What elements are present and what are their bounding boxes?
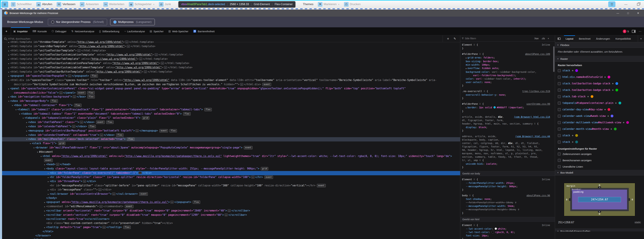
box-model-diagram[interactable]: margin 0 2 0 0 2 0 0 2 0 0 2 0 border	[564, 183, 635, 216]
markup-row[interactable]: ▼<tabpanels id="tabpanelcontainer" class…	[2, 116, 460, 120]
maximize-icon[interactable]: □	[627, 12, 629, 14]
markup-row[interactable]: ▶<html:template id="unifiedToolbarCustom…	[2, 61, 460, 66]
collapsed-twisty-icon[interactable]: ▶	[7, 87, 10, 91]
inline-ellipsis-pill[interactable]: …	[68, 74, 71, 77]
property-value[interactable]: 906px	[509, 185, 516, 188]
badge-flex[interactable]: flex	[127, 138, 134, 141]
grid-color-swatch[interactable]	[575, 69, 578, 72]
collapsed-twisty-icon[interactable]: ▶	[7, 78, 10, 82]
expanded-twisty-icon[interactable]: ▼	[14, 108, 18, 112]
setting-checkbox[interactable]	[558, 159, 561, 162]
expand-arrow-icon[interactable]: ▶	[466, 68, 466, 69]
rule-source-link[interactable]: userChrome.css:99	[526, 102, 550, 106]
locate-crosshair-icon[interactable]: ⌖	[604, 108, 606, 111]
toolbar-button-junk[interactable]: ⊘Junk	[159, 2, 171, 7]
badge-flex[interactable]: flex	[88, 125, 96, 128]
grid-color-swatch[interactable]	[614, 128, 617, 130]
collapsed-twisty-icon[interactable]: ▶	[7, 66, 10, 70]
property-name[interactable]: box-sizing	[466, 60, 480, 63]
tab-laufzeitanalyse[interactable]: ◔Laufzeitanalyse	[122, 27, 147, 35]
collapsed-twisty-icon[interactable]: ▶	[47, 188, 50, 192]
markup-row[interactable]: ▶<html:template id="unifiedToolbarTempla…	[2, 49, 460, 53]
property-value[interactable]: var(--sidebar-background-color,	[492, 71, 536, 73]
scrollbar-thumb[interactable]	[553, 46, 554, 72]
collapsed-twisty-icon[interactable]: ▶	[7, 57, 10, 61]
expanded-twisty-icon[interactable]: ▼	[22, 116, 25, 120]
expanded-twisty-icon[interactable]: ▼	[43, 167, 46, 171]
inline-ellipsis-pill[interactable]: …	[83, 180, 86, 183]
markup-row[interactable]: ▼<hbox id="tabmail-container" flex="1">f…	[2, 103, 460, 108]
color-swatch[interactable]	[492, 231, 494, 233]
sidebar-tab-berechnet[interactable]: Berechnet	[576, 35, 593, 42]
markup-row[interactable]: ▶<html:template id="unifiedToolbarCustom…	[2, 53, 460, 57]
expanded-twisty-icon[interactable]: ▼	[25, 137, 28, 141]
markup-row[interactable]: ▶<hr id="folderPaneSplitter" class="" is…	[2, 175, 460, 180]
app-menu-icon[interactable]: ☰	[608, 1, 616, 7]
expanded-twisty-icon[interactable]: ▼	[18, 112, 21, 116]
inline-ellipsis-pill[interactable]: …	[170, 201, 174, 204]
collapsed-twisty-icon[interactable]: ▶	[7, 70, 10, 74]
rule-source-link[interactable]: about3Pane.css:109	[525, 52, 550, 56]
minimize-icon[interactable]: —	[616, 12, 619, 14]
badge-flex[interactable]: flex	[193, 201, 200, 204]
setting-checkbox[interactable]	[558, 153, 561, 155]
toolbar-button-get-messages[interactable]: ☁Abrufen	[36, 2, 52, 7]
sidebar-toggle-icon[interactable]	[555, 35, 563, 42]
badge-flex[interactable]: flex	[74, 104, 82, 107]
mode-option-0[interactable]: Nur übergeordneter Prozess (Schnell)	[48, 19, 107, 25]
badge-grid[interactable]: grid	[261, 167, 268, 170]
inline-ellipsis-pill[interactable]: …	[100, 205, 103, 208]
markup-row[interactable]: </body>	[2, 196, 460, 200]
inline-ellipsis-pill[interactable]: …	[112, 193, 116, 195]
collapsed-twisty-icon[interactable]: ▶	[7, 45, 10, 49]
locate-crosshair-icon[interactable]: ⌖	[610, 127, 612, 131]
markup-row[interactable]: ▶<vbox id="chatTabPanel" class="">…</vbo…	[2, 120, 460, 125]
property-value[interactable]: var(	[476, 77, 482, 80]
grid-color-swatch[interactable]	[611, 115, 614, 117]
inline-ellipsis-pill[interactable]: …	[100, 134, 103, 136]
property-value[interactable]: , inherit)	[510, 77, 525, 80]
collapsed-twisty-icon[interactable]: ▶	[47, 180, 50, 184]
badge-event[interactable]: event	[44, 159, 53, 162]
property-name[interactable]: --lwt-accent-color	[466, 227, 492, 230]
grid-item-checkbox[interactable]	[558, 108, 561, 111]
css-declaration[interactable]: --messagePaneSplitter-height: 906px;	[462, 185, 553, 188]
badge-flex[interactable]: flex	[183, 112, 190, 115]
spaces-toolbar-toggle-icon[interactable]: ≣	[1, 1, 8, 7]
add-node-icon[interactable]: +	[447, 36, 449, 41]
markup-row[interactable]: ▶<vbox id="calendarTabPanel">…</vbox>fle…	[2, 125, 460, 129]
css-declaration[interactable]: font-size: 18px;	[462, 234, 553, 237]
toolbar-button-print[interactable]: ⎙Drucken	[344, 2, 360, 7]
collapsed-twisty-icon[interactable]: ▶	[7, 95, 10, 99]
badge-flex[interactable]: flex	[87, 91, 94, 94]
property-value[interactable]: folders	[484, 56, 494, 59]
css-declaration[interactable]: color: var(--sidebar-text-color, inherit…	[462, 77, 553, 80]
inline-ellipsis-pill[interactable]: …	[240, 83, 244, 86]
collapsed-twisty-icon[interactable]: ▶	[43, 226, 46, 230]
grid-color-swatch[interactable]	[618, 102, 621, 104]
inline-ellipsis-pill[interactable]: …	[136, 129, 139, 132]
search-input[interactable]	[8, 37, 443, 40]
dock-options-icon[interactable]	[632, 30, 636, 33]
expanded-twisty-icon[interactable]: ▼	[40, 154, 42, 159]
css-declaration[interactable]: --folderPaneSplitter-width: 251px;	[462, 181, 553, 185]
box-model-properties-header[interactable]: ▼ Box-Modell-Eigenschaften	[555, 229, 644, 232]
collapsed-twisty-icon[interactable]: ▶	[25, 129, 28, 133]
toolbar-button-reply[interactable]: ↩Antworten	[80, 2, 99, 7]
badge-flex[interactable]: flex	[106, 121, 114, 124]
expanded-twisty-icon[interactable]: ▼	[36, 150, 39, 154]
sidebar-tab-kompatibilität[interactable]: Kompatibilität	[613, 35, 634, 42]
sidebar-tab-änderungen[interactable]: Änderungen	[593, 35, 613, 42]
badge-flex[interactable]: flex	[204, 108, 212, 111]
error-count-badge[interactable]: ! 5	[623, 29, 629, 33]
inline-ellipsis-pill[interactable]: …	[161, 62, 164, 65]
style-toolbar-button[interactable]: .cls	[541, 37, 545, 40]
style-filter-input[interactable]: Stile filtern	[465, 37, 534, 40]
css-declaration[interactable]: --messagePaneSplitter-height: 36em;∇	[462, 208, 553, 211]
property-name[interactable]: unicode-bidi	[466, 163, 483, 165]
grid-item-checkbox[interactable]	[558, 128, 561, 131]
property-name[interactable]: overscroll-behavior-y	[466, 93, 496, 96]
markup-row[interactable]: ▶<html:template id="unifiedToolbarButton…	[2, 70, 460, 74]
expanded-twisty-icon[interactable]: ▼	[11, 104, 14, 108]
markup-row[interactable]: ▼<stack flex="1">grid	[2, 141, 460, 146]
